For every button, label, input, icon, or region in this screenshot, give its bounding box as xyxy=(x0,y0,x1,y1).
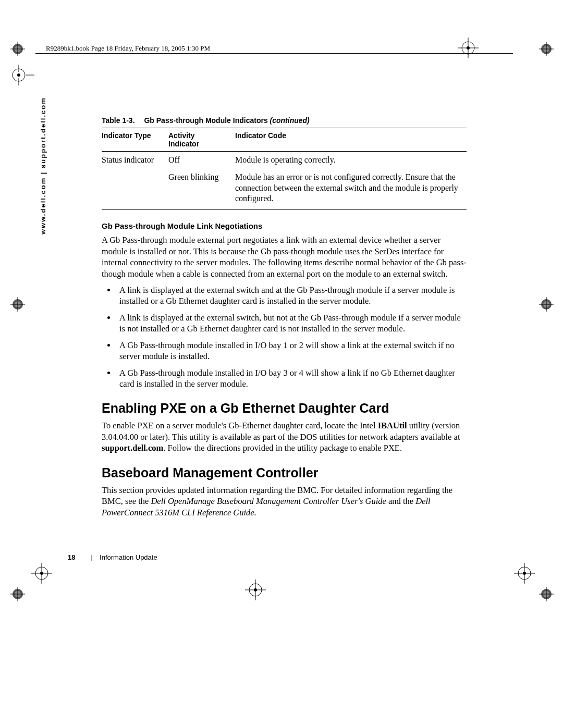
table-caption-title: Gb Pass-through Module Indicators xyxy=(144,116,270,125)
reg-mark-top-left-outer xyxy=(10,42,25,56)
table-caption-continued: (continued) xyxy=(270,116,310,125)
bold-support-dell: support.dell.com xyxy=(102,443,163,453)
main-content: Table 1-3. Gb Pass-through Module Indica… xyxy=(102,116,467,523)
svg-point-32 xyxy=(40,572,43,575)
list-item: A link is displayed at the external swit… xyxy=(116,312,467,335)
svg-point-15 xyxy=(17,73,20,77)
paragraph-bmc: This section provides updated informatio… xyxy=(102,485,467,518)
cell-activity: Green blinking xyxy=(168,169,235,210)
svg-point-40 xyxy=(254,588,257,591)
cell-indicator-type xyxy=(102,169,168,210)
page-footer: 18 | Information Update xyxy=(68,553,157,561)
th-activity-indicator: Activity Indicator xyxy=(168,128,235,152)
list-item: A link is displayed at the external swit… xyxy=(116,285,467,307)
heading-enable-pxe: Enabling PXE on a Gb Ethernet Daughter C… xyxy=(102,401,467,416)
bold-ibautil: IBAUtil xyxy=(378,421,407,430)
running-header: R9289bk1.book Page 18 Friday, February 1… xyxy=(46,44,210,53)
reg-mark-mid-right-outer xyxy=(539,297,554,312)
reg-mark-bot-center xyxy=(245,579,266,600)
reg-mark-bot-right-inner xyxy=(514,563,535,584)
heading-bmc: Baseboard Management Controller xyxy=(102,465,467,480)
footer-separator: | xyxy=(91,553,92,561)
cell-indicator-type: Status indicator xyxy=(102,152,168,169)
italic-bmc-guide: Dell OpenManage Baseboard Management Con… xyxy=(151,496,386,506)
page: R9289bk1.book Page 18 Friday, February 1… xyxy=(0,0,563,728)
reg-mark-bot-right-outer xyxy=(539,587,554,601)
footer-section-title: Information Update xyxy=(100,553,157,561)
subheading-link-negotiations: Gb Pass-through Module Link Negotiations xyxy=(102,221,467,230)
list-item: A Gb Pass-through module installed in I/… xyxy=(116,367,467,390)
th-activity-l2: Indicator xyxy=(168,140,199,148)
list-item: A Gb Pass-through module installed in I/… xyxy=(116,340,467,362)
reg-mark-bot-left-outer xyxy=(10,587,25,601)
bullet-list: A link is displayed at the external swit… xyxy=(111,285,467,390)
reg-mark-bot-left-inner xyxy=(31,563,52,584)
page-number: 18 xyxy=(68,553,75,561)
indicator-table: Indicator Type Activity Indicator Indica… xyxy=(102,128,467,210)
svg-point-7 xyxy=(467,46,470,50)
paragraph-link-negotiations: A Gb Pass-through module external port n… xyxy=(102,235,467,279)
cell-code: Module has an error or is not configured… xyxy=(235,169,467,210)
paragraph-enable-pxe: To enable PXE on a server module's Gb-Et… xyxy=(102,420,467,453)
reg-mark-top-right-inner xyxy=(458,38,479,58)
th-indicator-type: Indicator Type xyxy=(102,128,168,152)
cell-activity: Off xyxy=(168,152,235,169)
table-row: Green blinking Module has an error or is… xyxy=(102,169,467,210)
text-run: To enable PXE on a server module's Gb-Et… xyxy=(102,421,378,430)
reg-mark-top-right-outer xyxy=(539,42,554,56)
th-activity-l1: Activity xyxy=(168,131,195,140)
cell-code: Module is operating correctly. xyxy=(235,152,467,169)
reg-mark-mid-left-outer xyxy=(10,297,25,312)
header-rule xyxy=(35,53,513,54)
reg-mark-inner-left xyxy=(3,65,34,85)
side-url-text: www.dell.com | support.dell.com xyxy=(39,97,47,235)
table-row: Status indicator Off Module is operating… xyxy=(102,152,467,169)
svg-point-44 xyxy=(523,572,526,575)
text-run: . Follow the directions provided in the … xyxy=(163,443,402,453)
text-run: and the xyxy=(386,496,415,506)
table-caption-label: Table 1-3. xyxy=(102,116,135,125)
th-indicator-code: Indicator Code xyxy=(235,128,467,152)
table-caption: Table 1-3. Gb Pass-through Module Indica… xyxy=(102,116,467,125)
table-header-row: Indicator Type Activity Indicator Indica… xyxy=(102,128,467,152)
